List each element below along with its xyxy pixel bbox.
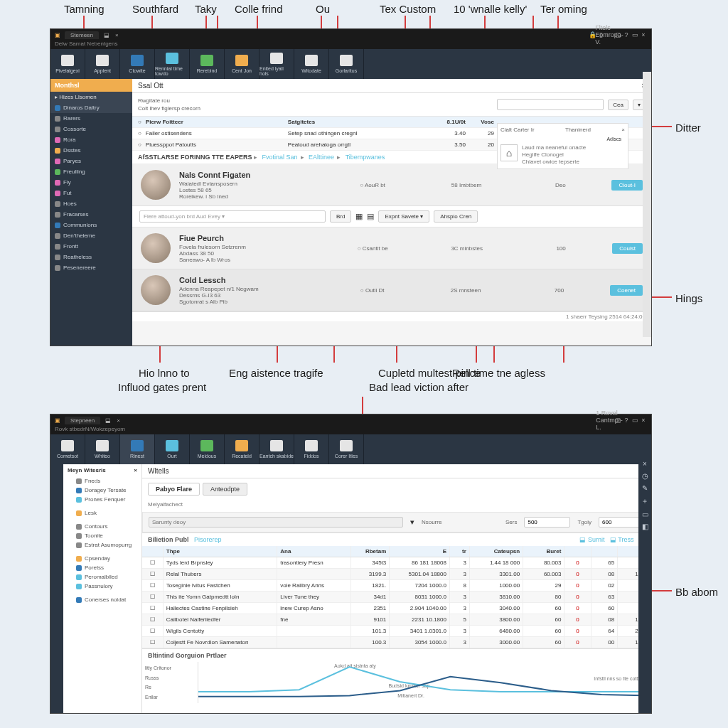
grid-row[interactable]: ☐Coljestt Fe Novrdlon Samenaton100.33054… — [142, 637, 651, 648]
grid-row[interactable]: ☐Callbotel Nalferiledferfne91012231 10.1… — [142, 614, 651, 626]
row-checkbox[interactable]: ☐ — [142, 626, 164, 636]
sidebar2-item[interactable]: Peromalblled — [63, 572, 141, 582]
bc-tag[interactable]: Fvotinal San — [262, 154, 298, 161]
ribbon-tab[interactable]: Fiddos — [294, 434, 329, 464]
cell-delete[interactable]: 0 — [564, 603, 591, 614]
sam-input[interactable] — [524, 517, 570, 528]
row-checkbox[interactable]: ☐ — [142, 557, 164, 568]
sidebar2-item[interactable]: Fneds — [63, 476, 141, 486]
filter-btn[interactable]: Brd — [330, 210, 351, 223]
sidebar2-item[interactable]: Passnulory — [63, 582, 141, 591]
grid-header[interactable]: Thpe — [164, 546, 277, 557]
sidebar2-item[interactable]: Conerses noldat — [63, 595, 141, 604]
bc-tag[interactable]: Tibempwanes — [346, 154, 385, 161]
row-checkbox[interactable]: ☐ — [142, 637, 164, 648]
ribbon-tab[interactable]: Corer Itles — [329, 434, 364, 464]
sidebar-item[interactable]: Frontt — [50, 241, 132, 252]
radio-icon[interactable]: ○ — [138, 141, 141, 148]
grid-row[interactable]: ☐Hallectes Castine Fenpilsiehlnew Curep … — [142, 603, 651, 614]
min-icon[interactable]: ▢ — [614, 31, 621, 38]
sidebar-item[interactable]: Den’theleme — [50, 230, 132, 241]
info-btn[interactable]: Adiscs — [603, 136, 625, 142]
grid-row[interactable]: ☐Wigils Centotty101.33401 1.0301.036480.… — [142, 626, 651, 637]
bc-tag[interactable]: EAlttinee — [309, 154, 334, 161]
close-icon[interactable]: × — [640, 417, 647, 424]
grid-header[interactable] — [142, 546, 164, 557]
person-card[interactable]: Cold LesschAdenna Reapepet n/1 NegwamDes… — [132, 269, 651, 311]
grid-row[interactable]: ☐This ite Yomn Gatpmedtt loInLiver Tune … — [142, 592, 651, 603]
sidebar2-item[interactable]: Contours — [63, 522, 141, 531]
person-action-btn[interactable]: Ciout-I — [611, 180, 643, 191]
sidebar-item[interactable]: Rora — [50, 134, 132, 145]
sidebar-item[interactable]: Dsstes — [50, 145, 132, 156]
ribbon-tab[interactable]: Rennial time towdo — [155, 49, 190, 79]
cell-delete[interactable]: 0 — [564, 569, 591, 579]
ribbon-tab[interactable]: Cent Jon — [225, 49, 259, 79]
close-icon[interactable]: × — [640, 31, 647, 38]
filter-extra[interactable]: Expnt Savete ▾ — [378, 210, 429, 223]
cell-delete[interactable]: 0 — [564, 557, 591, 568]
toolbar-btn[interactable]: Tress — [618, 536, 633, 543]
sidebar2-item[interactable]: Toonite — [63, 531, 141, 540]
sidebar-item[interactable]: Rarers — [50, 113, 132, 124]
sidebar2-close-icon[interactable]: × — [134, 467, 137, 473]
filter-btn2[interactable]: Ahsplo Cren — [434, 210, 478, 223]
grid-row[interactable]: ☐Tyds lerd Brpnsleytrasontiery Presn345t… — [142, 557, 651, 569]
sidebar-item[interactable]: Fly — [50, 177, 132, 188]
cell-delete[interactable]: 0 — [564, 626, 591, 636]
ribbon-tab[interactable]: Whiteo — [85, 434, 120, 464]
tab-close-icon[interactable]: × — [115, 32, 119, 38]
max-icon[interactable]: ▭ — [631, 31, 638, 38]
scrollbar[interactable] — [643, 72, 651, 337]
rail-icon[interactable]: ✎ — [642, 484, 648, 492]
grid-header[interactable] — [564, 546, 591, 557]
grid-header[interactable]: E — [390, 546, 450, 557]
grid-header[interactable] — [592, 546, 618, 557]
ribbon-tab[interactable]: Pivelalgexi — [50, 49, 85, 79]
ribbon-tab[interactable]: Witodate — [294, 49, 329, 79]
window-tab[interactable]: Stepneen — [65, 417, 100, 424]
row-checkbox[interactable]: ☐ — [142, 592, 164, 602]
panel2-tab[interactable]: Anteodpte — [203, 483, 247, 496]
grid-header[interactable]: Rbetam — [351, 546, 390, 557]
sidebar-item[interactable]: Dinaros Daltry — [50, 102, 132, 113]
search-btn-ca[interactable]: Cea — [608, 100, 628, 110]
person-action-btn[interactable]: Coenet — [610, 285, 643, 296]
min-icon[interactable]: ▢ — [614, 417, 621, 424]
ribbon-tab[interactable]: Enited lyall hols — [259, 49, 294, 79]
ribbon-tab[interactable]: Eantch skabide — [259, 434, 294, 464]
cell-delete[interactable]: 0 — [564, 580, 591, 591]
fb-icon[interactable]: ▤ — [367, 212, 374, 221]
filter-input[interactable] — [149, 517, 403, 528]
grid-tag[interactable]: Pisorerep — [194, 536, 222, 543]
row-checkbox[interactable]: ☐ — [142, 569, 164, 579]
ribbon-tab[interactable]: Gorlaritus — [329, 49, 364, 79]
row-checkbox[interactable]: ☐ — [142, 614, 164, 625]
cell-delete[interactable]: 0 — [564, 592, 591, 602]
filter-dropdown-icon[interactable]: ▾ — [410, 518, 414, 527]
grid-row[interactable]: ☐Toseginie Ivitus Fastchenvole Rallbry A… — [142, 580, 651, 592]
sidebar2-item[interactable]: Prones Fenquer — [63, 495, 141, 504]
ribbon-tab[interactable]: Rerebind — [190, 49, 225, 79]
grid-header[interactable]: Buret — [523, 546, 564, 557]
grid-row[interactable]: ☐Relal Thubers3199.35301.04 1880033301.0… — [142, 569, 651, 580]
rail-close-icon[interactable]: × — [643, 460, 647, 468]
rail-icon[interactable]: ＋ — [641, 496, 648, 506]
fb-icon[interactable]: ▦ — [355, 212, 363, 221]
radio-icon[interactable]: ○ — [138, 119, 141, 125]
ribbon-tab[interactable]: Ctowite — [120, 49, 155, 79]
ribbon-tab[interactable]: Meidous — [190, 434, 225, 464]
row-checkbox[interactable]: ☐ — [142, 580, 164, 591]
grid-header[interactable]: Ana — [277, 546, 351, 557]
tab-close-icon[interactable]: × — [117, 417, 120, 424]
tab-extra-icon[interactable]: ⬓ — [105, 417, 111, 424]
sidebar-item[interactable]: Communions — [50, 220, 132, 230]
grid-header[interactable]: tr — [450, 546, 470, 557]
sidebar2-item[interactable]: Poretss — [63, 563, 141, 572]
sidebar-item[interactable]: Hoes — [50, 198, 132, 209]
sidebar2-item[interactable]: Doragey Tersate — [63, 486, 141, 495]
sidebar-item[interactable]: Fut — [50, 188, 132, 198]
person-action-btn[interactable]: Couist — [612, 243, 643, 254]
sidebar2-item[interactable]: Cpsenday — [63, 554, 141, 563]
sidebar-item[interactable]: Fracarses — [50, 209, 132, 220]
